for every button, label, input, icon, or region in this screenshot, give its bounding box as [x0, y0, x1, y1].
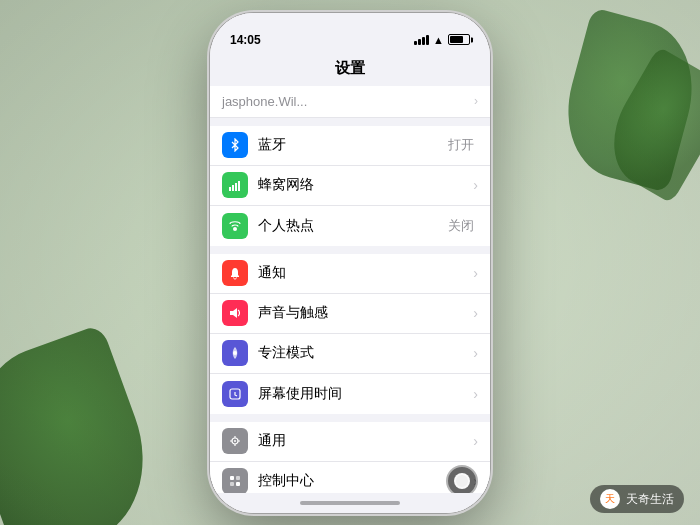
- sound-chevron-icon: ›: [473, 305, 478, 321]
- general-icon: [222, 428, 248, 454]
- svg-point-10: [234, 440, 236, 442]
- connectivity-group: 蓝牙 打开 蜂窝网络 › 个人热点 关闭: [210, 126, 490, 246]
- bluetooth-icon: [222, 132, 248, 158]
- svg-rect-13: [230, 482, 234, 486]
- hotspot-row[interactable]: 个人热点 关闭: [210, 206, 490, 246]
- signal-icon: [414, 35, 429, 45]
- home-indicator: [210, 493, 490, 513]
- watermark-icon: 天: [600, 489, 620, 509]
- screentime-icon: [222, 381, 248, 407]
- signal-bar-1: [414, 41, 417, 45]
- sound-label: 声音与触感: [258, 304, 473, 322]
- notification-row[interactable]: 通知 ›: [210, 254, 490, 294]
- general-row[interactable]: 通用 ›: [210, 422, 490, 462]
- screentime-chevron-icon: ›: [473, 386, 478, 402]
- svg-rect-2: [235, 183, 237, 191]
- sound-row[interactable]: 声音与触感 ›: [210, 294, 490, 334]
- phone-screen: 14:05 ▲ 设置: [210, 13, 490, 513]
- status-bar: 14:05 ▲: [210, 13, 490, 57]
- controlcenter-label: 控制中心: [258, 472, 473, 490]
- svg-point-4: [233, 227, 237, 231]
- general-label: 通用: [258, 432, 473, 450]
- cellular-icon: [222, 172, 248, 198]
- page-title-bar: 设置: [210, 57, 490, 86]
- signal-bar-4: [426, 35, 429, 45]
- partial-row[interactable]: jasphone.Wil... ›: [210, 86, 490, 118]
- screentime-label: 屏幕使用时间: [258, 385, 473, 403]
- status-time: 14:05: [230, 33, 261, 47]
- bluetooth-row[interactable]: 蓝牙 打开: [210, 126, 490, 166]
- notifications-group: 通知 › 声音与触感 › 专注模式 ›: [210, 254, 490, 414]
- svg-rect-3: [238, 181, 240, 191]
- controlcenter-icon: [222, 468, 248, 493]
- settings-scroll[interactable]: jasphone.Wil... › 蓝牙 打开 蜂窝网络: [210, 86, 490, 493]
- svg-rect-12: [236, 476, 240, 480]
- cellular-label: 蜂窝网络: [258, 176, 473, 194]
- signal-bar-3: [422, 37, 425, 45]
- page-title: 设置: [335, 59, 365, 76]
- sound-icon: [222, 300, 248, 326]
- focus-icon: [222, 340, 248, 366]
- bluetooth-value: 打开: [448, 136, 474, 154]
- focus-chevron-icon: ›: [473, 345, 478, 361]
- svg-rect-0: [229, 187, 231, 191]
- cellular-chevron-icon: ›: [473, 177, 478, 193]
- svg-rect-6: [230, 311, 233, 315]
- system-group: 通用 › 控制中心 › AA: [210, 422, 490, 493]
- status-icons: ▲: [414, 34, 470, 46]
- hotspot-value: 关闭: [448, 217, 474, 235]
- assistive-touch-inner: [454, 473, 470, 489]
- svg-rect-1: [232, 185, 234, 191]
- partial-row-text: jasphone.Wil...: [222, 94, 474, 109]
- svg-point-7: [233, 351, 237, 355]
- partial-chevron-icon: ›: [474, 94, 478, 108]
- notification-label: 通知: [258, 264, 473, 282]
- signal-bar-2: [418, 39, 421, 45]
- focus-label: 专注模式: [258, 344, 473, 362]
- notification-icon: [222, 260, 248, 286]
- svg-rect-11: [230, 476, 234, 480]
- assistive-touch-button[interactable]: [446, 465, 478, 493]
- battery-fill: [450, 36, 463, 43]
- svg-rect-5: [231, 276, 239, 278]
- hotspot-icon: [222, 213, 248, 239]
- cellular-row[interactable]: 蜂窝网络 ›: [210, 166, 490, 206]
- battery-tip: [471, 37, 473, 42]
- general-chevron-icon: ›: [473, 433, 478, 449]
- controlcenter-row[interactable]: 控制中心 ›: [210, 462, 490, 493]
- watermark-text: 天奇生活: [626, 491, 674, 508]
- watermark: 天 天奇生活: [590, 485, 684, 513]
- home-bar: [300, 501, 400, 505]
- hotspot-label: 个人热点: [258, 217, 448, 235]
- partial-group: jasphone.Wil... ›: [210, 86, 490, 118]
- battery-icon: [448, 34, 470, 45]
- wifi-icon: ▲: [433, 34, 444, 46]
- focus-row[interactable]: 专注模式 ›: [210, 334, 490, 374]
- bluetooth-label: 蓝牙: [258, 136, 448, 154]
- notification-chevron-icon: ›: [473, 265, 478, 281]
- screentime-row[interactable]: 屏幕使用时间 ›: [210, 374, 490, 414]
- svg-rect-14: [236, 482, 240, 486]
- phone-frame: 14:05 ▲ 设置: [210, 13, 490, 513]
